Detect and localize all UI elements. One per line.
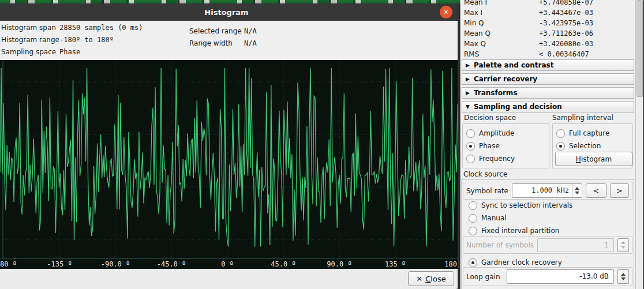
info-value: -180º to 180º — [59, 36, 114, 44]
number-of-symbols-spinbox: 1 — [537, 238, 614, 252]
symbol-rate-label: Symbol rate — [466, 187, 508, 195]
decision-space-label: Decision space — [464, 114, 516, 122]
radio-icon — [469, 201, 477, 210]
loop-gain-spinbox[interactable]: -13.0 dB — [507, 269, 614, 284]
radio-icon — [469, 258, 477, 267]
radio-label: Selection — [569, 142, 601, 150]
histogram-button[interactable]: Histogram — [555, 152, 632, 166]
stat-label: Max I — [464, 7, 539, 18]
section-header-palette-and-contrast[interactable]: ▶Palette and contrast — [462, 59, 634, 71]
spin-down-icon — [621, 246, 626, 249]
stat-row: Max I+3.443467e-03 — [461, 7, 634, 18]
chevron-right-icon: ▶ — [466, 62, 470, 68]
radio-label: Phase — [479, 142, 500, 150]
close-button[interactable]: ✕ Close — [408, 271, 454, 286]
signal-stats: Mean I+5.740858e-07Max I+3.443467e-03Min… — [461, 0, 634, 61]
stat-row: Mean Q+3.711263e-06 — [461, 28, 634, 39]
number-of-symbols-spinner — [617, 238, 629, 252]
chevron-right-icon: ▶ — [466, 90, 470, 96]
spin-up-icon — [621, 241, 626, 244]
close-x-icon: ✕ — [416, 275, 422, 283]
section-label: Palette and contrast — [474, 61, 554, 69]
radio-icon — [466, 142, 475, 151]
info-row: Selected rangeN/A — [189, 27, 257, 36]
histogram-dialog: Histogram ✕ Histogram span28850 samples … — [0, 3, 460, 289]
spin-down-icon[interactable] — [575, 192, 579, 194]
section-label: Transforms — [474, 89, 518, 97]
stat-label: Mean Q — [464, 28, 539, 39]
radio-full-capture[interactable]: Full capture — [553, 127, 632, 140]
dialog-titlebar[interactable]: Histogram ✕ — [0, 3, 458, 21]
window-close-button[interactable]: ✕ — [440, 6, 452, 18]
symbol-rate-row: Symbol rate 1.000 kHz < > — [463, 182, 632, 200]
number-of-symbols-label: Number of symbols — [466, 241, 534, 249]
section-header-carrier-recovery[interactable]: ▶Carrier recovery — [462, 73, 634, 85]
info-label: Range width — [189, 39, 244, 48]
info-value: Phase — [59, 48, 80, 56]
radio-sync-to-selection[interactable]: Sync to selection intervals — [465, 199, 572, 212]
symbol-rate-prev-button[interactable]: < — [586, 183, 606, 198]
stat-row: Mean I+5.740858e-07 — [461, 0, 634, 7]
number-of-symbols-row: Number of symbols 1 — [463, 236, 632, 254]
radio-label: Manual — [481, 214, 507, 222]
info-label: Histogram range — [1, 35, 59, 45]
stat-row: RMS< 0.00346407 — [461, 49, 634, 59]
radio-label: Frequency — [479, 155, 515, 163]
axis-tick-label: 0 º — [221, 260, 234, 268]
scrollbar-thumb[interactable] — [636, 0, 643, 97]
radio-label: Full capture — [569, 129, 609, 137]
stat-row: Min Q-3.423975e-03 — [461, 18, 634, 28]
axis-tick-label: 45.0 º — [271, 260, 295, 268]
resize-grip[interactable] — [453, 286, 460, 289]
info-row: Histogram span28850 samples (0 ms) — [1, 23, 143, 33]
stat-label: Max Q — [464, 39, 539, 49]
loop-gain-label: Loop gain — [466, 273, 503, 281]
section-header-transforms[interactable]: ▶Transforms — [462, 87, 634, 99]
screen: Histogram ✕ Histogram span28850 samples … — [0, 0, 644, 289]
radio-frequency[interactable]: Frequency — [463, 152, 549, 165]
symbol-rate-value: 1.000 kHz — [531, 184, 569, 197]
info-label: Selected range — [189, 27, 244, 36]
sampling-interval-label: Sampling interval — [552, 114, 613, 122]
stat-label: RMS — [464, 49, 539, 59]
panel-scrollbar[interactable] — [635, 0, 643, 289]
inspector-panel: Mean I+5.740858e-07Max I+3.443467e-03Min… — [460, 0, 644, 289]
radio-fixed-interval-partition[interactable]: Fixed interval partition — [465, 224, 559, 237]
axis-tick-label: -135 º — [47, 260, 72, 268]
spin-up-icon[interactable] — [621, 273, 626, 276]
radio-icon — [469, 214, 477, 223]
sampling-interval-group: Full captureSelection Histogram — [552, 123, 633, 168]
axis-tick-label: 135 º — [385, 260, 406, 268]
decision-space-group: AmplitudePhaseFrequency — [462, 123, 549, 168]
symbol-rate-spinbox[interactable]: 1.000 kHz — [512, 183, 582, 198]
axis-tick-label: 180 — [444, 260, 457, 268]
radio-icon — [556, 142, 565, 151]
dialog-footer: ✕ Close — [0, 269, 458, 289]
histogram-chart: 80 º-135 º-90.0 º-45.0 º0 º45.0 º90.0 º1… — [0, 60, 458, 269]
radio-manual[interactable]: Manual — [465, 212, 507, 224]
info-label: Histogram span — [1, 23, 59, 33]
histogram-plot[interactable]: 80 º-135 º-90.0 º-45.0 º0 º45.0 º90.0 º1… — [0, 60, 458, 269]
radio-icon — [556, 129, 565, 138]
radio-label: Sync to selection intervals — [481, 201, 572, 209]
stat-value: -3.423975e-03 — [539, 19, 593, 27]
loop-gain-spinner[interactable] — [617, 269, 629, 284]
radio-amplitude[interactable]: Amplitude — [463, 127, 549, 140]
info-row: Sampling spacePhase — [1, 47, 80, 57]
info-row: Range widthN/A — [189, 39, 257, 48]
radio-icon — [466, 155, 475, 163]
radio-label: Gardner clock recovery — [481, 258, 562, 267]
symbol-rate-next-button[interactable]: > — [610, 183, 629, 198]
spin-up-icon[interactable] — [575, 187, 579, 190]
radio-label: Amplitude — [479, 129, 515, 137]
radio-phase[interactable]: Phase — [463, 140, 549, 152]
radio-selection[interactable]: Selection — [553, 140, 632, 152]
stat-value: +3.711263e-06 — [539, 29, 593, 37]
close-button-label: Close — [425, 275, 445, 283]
axis-tick-label: -45.0 º — [157, 260, 186, 268]
section-header-sampling-and-decision[interactable]: ▼Sampling and decision — [462, 101, 634, 112]
symbol-rate-spinner[interactable] — [572, 184, 582, 197]
stat-label: Min Q — [464, 18, 539, 28]
chevron-down-icon: ▼ — [466, 104, 470, 110]
spin-down-icon[interactable] — [621, 277, 626, 280]
